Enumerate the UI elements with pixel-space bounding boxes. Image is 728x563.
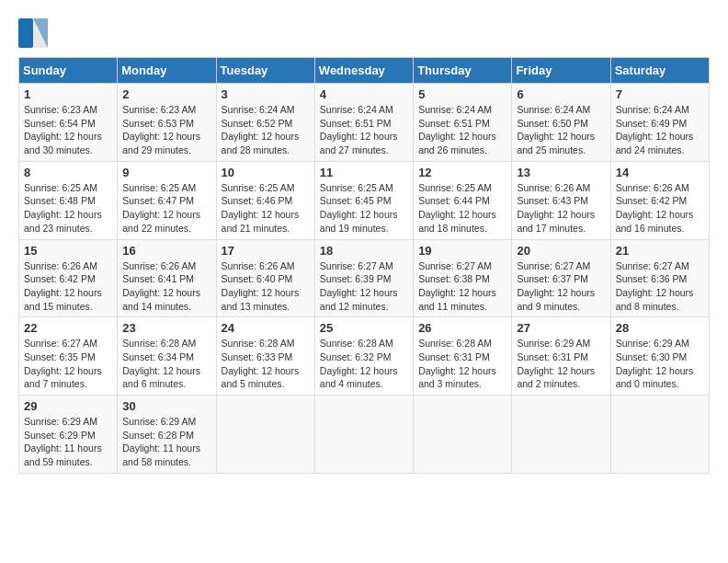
- day-number: 19: [418, 244, 506, 258]
- calendar-cell: 27Sunrise: 6:29 AM Sunset: 6:31 PM Dayli…: [512, 317, 610, 396]
- day-info: Sunrise: 6:24 AM Sunset: 6:52 PM Dayligh…: [222, 103, 310, 157]
- calendar-cell: [414, 396, 512, 474]
- calendar-cell: 9Sunrise: 6:25 AM Sunset: 6:47 PM Daylig…: [118, 161, 216, 239]
- calendar-cell: 1Sunrise: 6:23 AM Sunset: 6:54 PM Daylig…: [19, 84, 118, 162]
- logo-icon: [18, 18, 48, 48]
- calendar-cell: 23Sunrise: 6:28 AM Sunset: 6:34 PM Dayli…: [118, 317, 216, 396]
- calendar-cell: 6Sunrise: 6:24 AM Sunset: 6:50 PM Daylig…: [512, 84, 610, 162]
- day-info: Sunrise: 6:25 AM Sunset: 6:44 PM Dayligh…: [418, 181, 506, 236]
- day-info: Sunrise: 6:28 AM Sunset: 6:32 PM Dayligh…: [320, 337, 408, 391]
- day-number: 16: [122, 244, 210, 258]
- day-info: Sunrise: 6:27 AM Sunset: 6:37 PM Dayligh…: [517, 259, 605, 314]
- calendar-cell: [314, 396, 413, 474]
- calendar-cell: 2Sunrise: 6:23 AM Sunset: 6:53 PM Daylig…: [118, 84, 216, 162]
- day-info: Sunrise: 6:26 AM Sunset: 6:42 PM Dayligh…: [616, 181, 704, 236]
- header-day: Friday: [512, 58, 610, 84]
- header-day: Monday: [118, 58, 216, 84]
- calendar-cell: 16Sunrise: 6:26 AM Sunset: 6:41 PM Dayli…: [118, 239, 216, 317]
- calendar-header: SundayMondayTuesdayWednesdayThursdayFrid…: [19, 58, 710, 84]
- day-number: 10: [222, 166, 310, 179]
- day-info: Sunrise: 6:28 AM Sunset: 6:31 PM Dayligh…: [418, 337, 506, 391]
- calendar-cell: 13Sunrise: 6:26 AM Sunset: 6:43 PM Dayli…: [512, 161, 610, 239]
- day-number: 29: [24, 399, 112, 413]
- day-number: 30: [122, 399, 210, 413]
- day-number: 6: [517, 87, 605, 101]
- svg-rect-0: [18, 18, 33, 48]
- day-number: 5: [418, 87, 506, 101]
- day-info: Sunrise: 6:27 AM Sunset: 6:38 PM Dayligh…: [418, 259, 506, 314]
- day-info: Sunrise: 6:24 AM Sunset: 6:51 PM Dayligh…: [418, 103, 506, 157]
- calendar-week: 29Sunrise: 6:29 AM Sunset: 6:29 PM Dayli…: [19, 396, 710, 474]
- calendar-cell: 20Sunrise: 6:27 AM Sunset: 6:37 PM Dayli…: [512, 239, 610, 317]
- day-number: 24: [222, 321, 310, 335]
- calendar-cell: 26Sunrise: 6:28 AM Sunset: 6:31 PM Dayli…: [414, 317, 512, 396]
- day-number: 23: [122, 321, 210, 335]
- day-info: Sunrise: 6:28 AM Sunset: 6:34 PM Dayligh…: [122, 337, 210, 391]
- day-info: Sunrise: 6:29 AM Sunset: 6:28 PM Dayligh…: [122, 415, 210, 469]
- calendar-cell: 18Sunrise: 6:27 AM Sunset: 6:39 PM Dayli…: [314, 239, 413, 317]
- calendar-cell: 29Sunrise: 6:29 AM Sunset: 6:29 PM Dayli…: [19, 396, 118, 474]
- day-info: Sunrise: 6:24 AM Sunset: 6:51 PM Dayligh…: [320, 103, 408, 157]
- calendar-week: 15Sunrise: 6:26 AM Sunset: 6:42 PM Dayli…: [19, 239, 710, 317]
- calendar-cell: 10Sunrise: 6:25 AM Sunset: 6:46 PM Dayli…: [216, 161, 314, 239]
- day-info: Sunrise: 6:26 AM Sunset: 6:41 PM Dayligh…: [122, 259, 210, 314]
- calendar-table: SundayMondayTuesdayWednesdayThursdayFrid…: [18, 57, 710, 474]
- calendar-cell: 7Sunrise: 6:24 AM Sunset: 6:49 PM Daylig…: [610, 84, 709, 162]
- header-day: Wednesday: [314, 58, 413, 84]
- calendar-cell: 24Sunrise: 6:28 AM Sunset: 6:33 PM Dayli…: [216, 317, 314, 396]
- calendar-week: 8Sunrise: 6:25 AM Sunset: 6:48 PM Daylig…: [19, 161, 710, 239]
- calendar-week: 22Sunrise: 6:27 AM Sunset: 6:35 PM Dayli…: [19, 317, 710, 396]
- day-info: Sunrise: 6:23 AM Sunset: 6:53 PM Dayligh…: [122, 103, 210, 157]
- calendar-body: 1Sunrise: 6:23 AM Sunset: 6:54 PM Daylig…: [19, 84, 710, 474]
- header-row: SundayMondayTuesdayWednesdayThursdayFrid…: [19, 58, 710, 84]
- day-number: 27: [517, 321, 605, 335]
- day-number: 9: [122, 166, 210, 179]
- day-number: 8: [24, 166, 112, 179]
- day-number: 25: [320, 321, 408, 335]
- day-info: Sunrise: 6:24 AM Sunset: 6:49 PM Dayligh…: [616, 103, 704, 157]
- calendar-cell: 17Sunrise: 6:26 AM Sunset: 6:40 PM Dayli…: [216, 239, 314, 317]
- day-number: 21: [616, 244, 704, 258]
- day-number: 14: [616, 166, 704, 179]
- header-day: Tuesday: [216, 58, 314, 84]
- day-number: 12: [418, 166, 506, 179]
- day-info: Sunrise: 6:27 AM Sunset: 6:35 PM Dayligh…: [24, 337, 112, 391]
- day-info: Sunrise: 6:26 AM Sunset: 6:40 PM Dayligh…: [222, 259, 310, 314]
- day-info: Sunrise: 6:25 AM Sunset: 6:46 PM Dayligh…: [222, 181, 310, 236]
- day-number: 11: [320, 166, 408, 179]
- day-number: 7: [616, 87, 704, 101]
- calendar-cell: 30Sunrise: 6:29 AM Sunset: 6:28 PM Dayli…: [118, 396, 216, 474]
- header-day: Thursday: [414, 58, 512, 84]
- day-number: 3: [222, 87, 310, 101]
- calendar-cell: 5Sunrise: 6:24 AM Sunset: 6:51 PM Daylig…: [414, 84, 512, 162]
- header: [18, 18, 710, 48]
- calendar-cell: [216, 396, 314, 474]
- day-number: 28: [616, 321, 704, 335]
- header-day: Saturday: [610, 58, 709, 84]
- day-info: Sunrise: 6:29 AM Sunset: 6:31 PM Dayligh…: [517, 337, 605, 391]
- day-info: Sunrise: 6:26 AM Sunset: 6:43 PM Dayligh…: [517, 181, 605, 236]
- calendar-cell: 22Sunrise: 6:27 AM Sunset: 6:35 PM Dayli…: [19, 317, 118, 396]
- header-day: Sunday: [19, 58, 118, 84]
- day-number: 2: [122, 87, 210, 101]
- calendar-cell: 15Sunrise: 6:26 AM Sunset: 6:42 PM Dayli…: [19, 239, 118, 317]
- day-number: 26: [418, 321, 506, 335]
- day-info: Sunrise: 6:23 AM Sunset: 6:54 PM Dayligh…: [24, 103, 112, 157]
- day-info: Sunrise: 6:25 AM Sunset: 6:48 PM Dayligh…: [24, 181, 112, 236]
- calendar-cell: 4Sunrise: 6:24 AM Sunset: 6:51 PM Daylig…: [314, 84, 413, 162]
- day-info: Sunrise: 6:26 AM Sunset: 6:42 PM Dayligh…: [24, 259, 112, 314]
- day-info: Sunrise: 6:28 AM Sunset: 6:33 PM Dayligh…: [222, 337, 310, 391]
- calendar-cell: 11Sunrise: 6:25 AM Sunset: 6:45 PM Dayli…: [314, 161, 413, 239]
- calendar-cell: 14Sunrise: 6:26 AM Sunset: 6:42 PM Dayli…: [610, 161, 709, 239]
- day-info: Sunrise: 6:24 AM Sunset: 6:50 PM Dayligh…: [517, 103, 605, 157]
- day-info: Sunrise: 6:27 AM Sunset: 6:39 PM Dayligh…: [320, 259, 408, 314]
- calendar-cell: [610, 396, 709, 474]
- calendar-cell: 21Sunrise: 6:27 AM Sunset: 6:36 PM Dayli…: [610, 239, 709, 317]
- calendar-cell: 28Sunrise: 6:29 AM Sunset: 6:30 PM Dayli…: [610, 317, 709, 396]
- day-info: Sunrise: 6:25 AM Sunset: 6:45 PM Dayligh…: [320, 181, 408, 236]
- day-number: 1: [24, 87, 112, 101]
- day-number: 13: [517, 166, 605, 179]
- calendar-week: 1Sunrise: 6:23 AM Sunset: 6:54 PM Daylig…: [19, 84, 710, 162]
- calendar-cell: 3Sunrise: 6:24 AM Sunset: 6:52 PM Daylig…: [216, 84, 314, 162]
- day-number: 22: [24, 321, 112, 335]
